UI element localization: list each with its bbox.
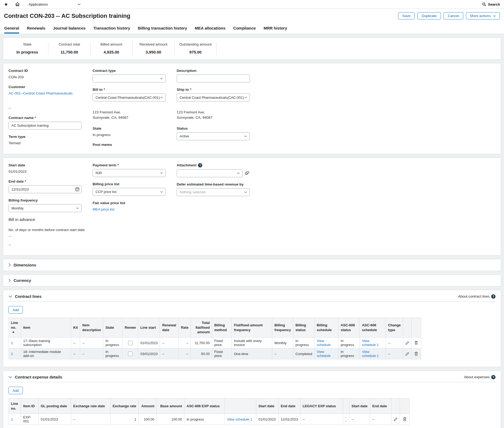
description-input[interactable]	[177, 75, 250, 83]
col-header-legacy-start-date[interactable]: Start date	[349, 398, 370, 414]
customer-link[interactable]: AC-001--Central Coast Pharmaceuticals	[9, 91, 73, 95]
cancel-button[interactable]: Cancel	[444, 12, 463, 19]
view-asc606-schedule-link[interactable]: View schedule 1	[362, 339, 379, 347]
col-header-item[interactable]: Item	[21, 318, 71, 338]
customer-label: Customer	[9, 85, 93, 89]
col-header-line-no[interactable]: Line no.	[9, 398, 21, 414]
edit-pencil-icon[interactable]	[405, 341, 409, 345]
col-header-schedule[interactable]	[225, 398, 256, 414]
col-header-state[interactable]: State	[103, 318, 122, 338]
applications-menu[interactable]: Applications	[28, 2, 81, 6]
col-header-line-no[interactable]: Line no.	[9, 318, 21, 338]
mea-price-list-link[interactable]: MEA price list	[93, 207, 114, 211]
col-header-start-date[interactable]: Start date	[256, 398, 279, 414]
bill-to-select[interactable]: Central Coast Pharmaceuticals(CAC-001)	[93, 93, 166, 101]
col-header-exchange-rate-date[interactable]: Exchange rate date	[71, 398, 110, 414]
col-header-flat-fixed-frequency[interactable]: Flat/fixed amount frequency	[232, 318, 272, 338]
defer-revenue-select[interactable]: Nothing selected	[177, 188, 250, 196]
cell-kit: --	[71, 348, 80, 359]
status-select[interactable]: Active	[177, 132, 250, 140]
col-header-legacy-end-date[interactable]: End date	[370, 398, 391, 414]
col-header-legacy-blank[interactable]	[343, 398, 349, 414]
cell-billing-frequency: Monthly	[272, 338, 293, 348]
edit-pencil-icon[interactable]	[405, 352, 409, 356]
col-header-legacy-exp-status[interactable]: LEGACY EXP status	[300, 398, 343, 414]
state-value: In progress	[93, 132, 177, 138]
col-header-billing-status[interactable]: Billing status	[293, 318, 315, 338]
tab-compliance[interactable]: Compliance	[233, 23, 256, 34]
currency-section-toggle[interactable]: Currency	[3, 274, 501, 286]
paperclip-icon[interactable]	[245, 171, 249, 175]
contract-expense-toggle[interactable]: Contract expense details	[9, 375, 62, 379]
line-no-link[interactable]: 1	[11, 417, 13, 421]
col-header-amount[interactable]: Amount	[139, 398, 157, 414]
col-header-kit[interactable]: Kit	[71, 318, 80, 338]
help-icon[interactable]: ?	[491, 294, 495, 299]
renew-checkbox[interactable]	[128, 352, 133, 356]
contract-name-input[interactable]	[9, 122, 82, 130]
col-header-asc606-exp-status[interactable]: ASC-606 EXP status	[184, 398, 225, 414]
tab-renewals[interactable]: Renewals	[27, 23, 45, 34]
col-header-change-type[interactable]: Change type	[386, 318, 403, 338]
tab-billing-transaction-history[interactable]: Billing transaction history	[138, 23, 187, 34]
search-label: Search	[488, 2, 500, 6]
col-header-asc606-status[interactable]: ASC-606 status	[338, 318, 360, 338]
billing-frequency-select[interactable]: Monthly	[9, 204, 82, 212]
dimensions-section-toggle[interactable]: Dimensions	[3, 259, 501, 271]
contract-lines-panel: Contract lines About contract lines ? Ad…	[3, 290, 501, 367]
line-no-link[interactable]: 2	[11, 352, 13, 356]
renew-checkbox[interactable]	[128, 341, 133, 345]
cell-total: 11,700.00	[191, 338, 212, 348]
more-actions-button[interactable]: More actions	[466, 12, 500, 19]
tab-mea-allocations[interactable]: MEA allocations	[195, 23, 225, 34]
view-billing-schedule-link[interactable]: View schedule	[317, 350, 331, 358]
col-header-rate[interactable]: Rate	[179, 318, 191, 338]
delete-trash-icon[interactable]	[402, 417, 407, 421]
delete-trash-icon[interactable]	[414, 352, 419, 356]
col-header-item-description[interactable]: Item description	[80, 318, 103, 338]
ship-to-select[interactable]: Central Coast Pharmaceuticals(CAC-001)	[177, 93, 250, 101]
col-header-renewal-date[interactable]: Renewal date	[160, 318, 179, 338]
duplicate-button[interactable]: Duplicate	[417, 12, 441, 19]
col-header-billing-frequency[interactable]: Billing frequency	[272, 318, 293, 338]
col-header-end-date[interactable]: End date	[279, 398, 300, 414]
payment-term-select[interactable]: N30	[93, 169, 166, 177]
col-header-item-id[interactable]: Item ID	[21, 398, 39, 414]
view-billing-schedule-link[interactable]: View schedule	[317, 339, 331, 347]
col-header-base-amount[interactable]: Base amount	[157, 398, 184, 414]
attachment-help-icon[interactable]: ?	[198, 163, 202, 167]
save-button[interactable]: Save	[398, 12, 415, 19]
attachment-select[interactable]	[177, 169, 243, 177]
view-exp-schedule-link[interactable]: View schedule 1	[227, 417, 252, 421]
add-expense-button[interactable]: Add	[9, 387, 23, 394]
col-header-billing-method[interactable]: Billing method	[212, 318, 232, 338]
view-asc606-schedule-link[interactable]: View schedule 1	[362, 350, 379, 358]
home-icon[interactable]	[15, 2, 20, 6]
col-header-exchange-rate[interactable]: Exchange rate	[110, 398, 139, 414]
search-button[interactable]: Search	[482, 2, 500, 6]
billing-price-list-select[interactable]: CCP price list	[93, 188, 166, 196]
about-expenses[interactable]: About expenses ?	[464, 375, 495, 379]
end-date-input[interactable]	[9, 185, 82, 193]
col-header-billing-schedule[interactable]: Billing schedule	[315, 318, 338, 338]
tab-transaction-history[interactable]: Transaction history	[93, 23, 130, 34]
col-header-line-start[interactable]: Line start	[138, 318, 160, 338]
add-contract-line-button[interactable]: Add	[9, 306, 23, 314]
end-date-label: End date*	[9, 179, 93, 183]
help-icon[interactable]: ?	[491, 375, 495, 379]
col-header-asc606-schedule[interactable]: ASC-606 schedule	[360, 318, 386, 338]
about-contract-lines[interactable]: About contract lines ?	[458, 294, 495, 299]
col-header-total-flat-fixed[interactable]: Total flat/fixed amount	[191, 318, 212, 338]
edit-pencil-icon[interactable]	[394, 417, 398, 421]
tab-general[interactable]: General	[4, 23, 19, 34]
tab-journal-balances[interactable]: Journal balances	[53, 23, 86, 34]
calendar-icon[interactable]	[75, 187, 79, 191]
contract-type-select[interactable]	[93, 75, 166, 83]
delete-trash-icon[interactable]	[414, 341, 419, 345]
tab-mrr-history[interactable]: MRR history	[263, 23, 287, 34]
favorites-star-icon[interactable]: ★	[4, 2, 8, 7]
col-header-gl-posting-date[interactable]: GL posting date	[39, 398, 71, 414]
col-header-renew[interactable]: Renew	[122, 318, 138, 338]
contract-lines-toggle[interactable]: Contract lines	[9, 294, 42, 299]
line-no-link[interactable]: 1	[11, 341, 13, 345]
